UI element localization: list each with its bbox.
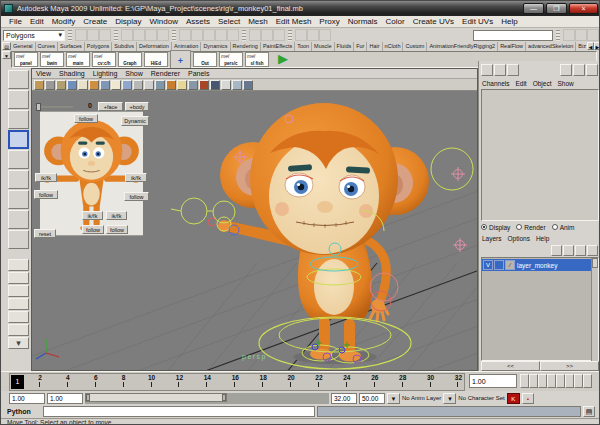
layer-playback-checkbox[interactable]: [494, 260, 504, 270]
channel-stack-icon-1[interactable]: [481, 64, 493, 76]
menu-item[interactable]: Show: [121, 70, 147, 77]
input-connections-icon[interactable]: [249, 29, 261, 41]
anim-layer-label[interactable]: No Anim Layer: [402, 395, 441, 401]
go-to-end-button[interactable]: [583, 374, 592, 388]
group-grip[interactable]: [556, 30, 560, 41]
picker-reset-button[interactable]: reset: [34, 229, 56, 238]
timeline-frame-label[interactable]: 18: [255, 374, 271, 381]
menu-item[interactable]: Panels: [184, 70, 213, 77]
current-time-field[interactable]: [469, 374, 517, 388]
attribute-editor-toggle-icon[interactable]: [563, 29, 575, 41]
shelf-tab-selector-icon[interactable]: ▤: [2, 42, 11, 50]
view-grid-icon[interactable]: [67, 80, 77, 90]
timeline-frame-label[interactable]: 28: [395, 374, 411, 381]
make-live-icon[interactable]: [227, 29, 239, 41]
save-scene-icon[interactable]: [99, 29, 111, 41]
select-mask-icon[interactable]: [157, 29, 169, 41]
step-forward-key-button[interactable]: [565, 374, 574, 388]
command-input[interactable]: [43, 406, 315, 417]
timeline-frame-label[interactable]: 12: [171, 374, 187, 381]
shelf-tab[interactable]: nCloth: [383, 42, 404, 51]
picker-ikfk-right-arm-button[interactable]: ik/fk: [125, 173, 147, 182]
timeline-frame-label[interactable]: 4: [60, 374, 76, 381]
shelf-button[interactable]: melpers/c: [219, 52, 243, 67]
shelf-button[interactable]: melpanel: [14, 52, 38, 67]
picker-face-button[interactable]: +face: [98, 102, 123, 111]
menu-item[interactable]: Shading: [55, 70, 89, 77]
range-start-field[interactable]: [47, 393, 83, 404]
play-forwards-button[interactable]: [556, 374, 565, 388]
character-set-label[interactable]: No Character Set: [458, 395, 504, 401]
layer-scrollbar[interactable]: [591, 258, 598, 362]
channel-stack-icon-2[interactable]: [494, 64, 506, 76]
scroll-left-button[interactable]: <<: [481, 361, 540, 371]
anim-layer-dropdown-icon[interactable]: ▼: [387, 393, 400, 404]
group-grip[interactable]: [114, 30, 118, 41]
timeline-frame-label[interactable]: 30: [423, 374, 439, 381]
shelf-tab[interactable]: AnimationFriendlyRigging2: [427, 42, 498, 51]
channel-manip-icon[interactable]: [560, 64, 572, 76]
layer-list[interactable]: V ∕ layer_monkey: [481, 257, 599, 361]
select-component-icon[interactable]: [145, 29, 157, 41]
menu-item[interactable]: Assets: [182, 17, 214, 26]
auto-keyframe-toggle-icon[interactable]: ▪: [522, 393, 534, 404]
display-mode-radio[interactable]: Display: [481, 224, 510, 231]
safe-action-icon[interactable]: [122, 80, 132, 90]
universal-manip-tool[interactable]: [8, 190, 29, 209]
script-editor-icon[interactable]: ▤: [583, 406, 595, 417]
current-frame-indicator[interactable]: 1: [11, 375, 24, 389]
layout-multi[interactable]: [8, 324, 29, 336]
shelf-tab[interactable]: Polygons: [85, 42, 113, 51]
shelf-tab[interactable]: advancedSkeleton: [526, 42, 576, 51]
picker-follow-right-leg-button[interactable]: follow: [106, 225, 128, 234]
layout-four-pane[interactable]: [8, 272, 29, 284]
timeline-frame-label[interactable]: 20: [283, 374, 299, 381]
field-chart-icon[interactable]: [111, 80, 121, 90]
play-backwards-button[interactable]: [547, 374, 556, 388]
menu-item[interactable]: Help: [533, 235, 552, 242]
camera-attributes-icon[interactable]: [34, 80, 44, 90]
maximize-button[interactable]: ❐: [546, 3, 567, 14]
group-grip[interactable]: [242, 30, 246, 41]
playback-end-field[interactable]: [331, 393, 357, 404]
layer-edit-icon[interactable]: [551, 245, 562, 256]
range-slider-bar[interactable]: [85, 393, 227, 402]
picker-slider[interactable]: [35, 103, 73, 111]
shelf-tab[interactable]: Fluids: [335, 42, 355, 51]
shelf-tab[interactable]: Subdivs: [112, 42, 137, 51]
isolate-select-icon[interactable]: [221, 80, 231, 90]
picker-follow-left-leg-button[interactable]: follow: [82, 225, 104, 234]
create-layer-from-selected-icon[interactable]: [587, 245, 598, 256]
shelf-tab[interactable]: Curves: [36, 42, 58, 51]
timeline-frame-label[interactable]: 14: [199, 374, 215, 381]
ipr-render-icon[interactable]: [307, 29, 319, 41]
shelf-tab[interactable]: PaintEffects: [261, 42, 295, 51]
bounding-box-icon[interactable]: [177, 80, 187, 90]
shelf-button[interactable]: ▶: [271, 52, 295, 67]
construction-history-icon[interactable]: [273, 29, 285, 41]
shelf-button[interactable]: melcv:c/h: [92, 52, 116, 67]
shelf-tab[interactable]: RealFlow: [498, 42, 526, 51]
channel-speed-icon[interactable]: [586, 64, 598, 76]
layer-color-swatch[interactable]: ∕: [505, 260, 515, 270]
snap-grid-icon[interactable]: [179, 29, 191, 41]
menu-item[interactable]: Create: [79, 17, 111, 26]
menu-item[interactable]: File: [5, 17, 26, 26]
plugin-icon[interactable]: [243, 80, 253, 90]
open-scene-icon[interactable]: [87, 29, 99, 41]
menu-item[interactable]: Create UVs: [409, 17, 458, 26]
snap-plane-icon[interactable]: [215, 29, 227, 41]
create-empty-layer-icon[interactable]: [575, 245, 586, 256]
picker-ikfk-left-leg-button[interactable]: ik/fk: [82, 211, 103, 220]
select-tool[interactable]: [8, 70, 29, 89]
film-gate-icon[interactable]: [78, 80, 88, 90]
scroll-right-button[interactable]: >>: [540, 361, 599, 371]
step-back-key-button[interactable]: [538, 374, 547, 388]
layout-single-pane[interactable]: [8, 259, 29, 271]
select-hierarchy-icon[interactable]: [121, 29, 133, 41]
menu-item[interactable]: Edit Mesh: [272, 17, 316, 26]
flat-shade-icon[interactable]: [166, 80, 176, 90]
layout-persp-graph[interactable]: [8, 298, 29, 310]
menu-item[interactable]: Select: [214, 17, 244, 26]
range-end-field[interactable]: [359, 393, 385, 404]
